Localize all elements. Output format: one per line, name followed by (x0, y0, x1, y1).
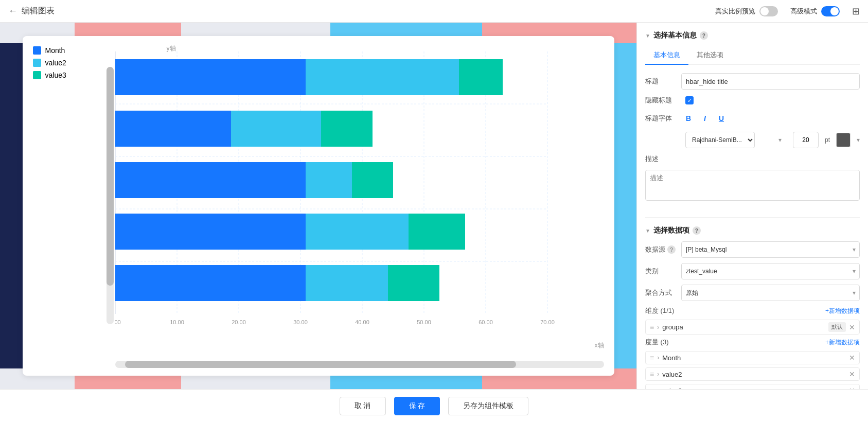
bar-edp1-value3[interactable] (459, 59, 503, 95)
chart-svg: edp edp aep apaas apaas 0.00 10.00 20.00… (115, 51, 599, 335)
svg-text:40.00: 40.00 (355, 319, 369, 325)
canvas-area: Month value2 value3 y轴 (0, 23, 636, 389)
datasource-select[interactable]: [P] beta_Mysql (681, 241, 860, 258)
bar-apaas2-value3[interactable] (388, 265, 439, 301)
cancel-button[interactable]: 取 消 (340, 397, 386, 415)
help-icon-basic[interactable]: ? (700, 31, 708, 40)
datasource-label: 数据源 ? (645, 245, 681, 254)
legend-color-value2 (33, 59, 41, 67)
measure-label: 度量 (3) (645, 338, 825, 347)
back-button[interactable]: ← (8, 6, 17, 16)
bar-edp2-value2[interactable] (231, 111, 321, 147)
add-measure-button[interactable]: +新增数据项 (825, 338, 860, 347)
category-label: 类别 (645, 267, 681, 276)
drag-handle-value2[interactable]: ≡ (650, 370, 654, 378)
bar-edp2-month[interactable] (115, 111, 231, 147)
drag-handle-groupa[interactable]: ≡ (650, 323, 654, 331)
tab-basic[interactable]: 基本信息 (645, 46, 688, 65)
font-controls: B I U (681, 111, 860, 126)
save-template-button[interactable]: 另存为组件模板 (448, 397, 528, 415)
font-color-swatch[interactable] (836, 133, 851, 147)
default-badge-groupa: 默认 (828, 322, 846, 332)
font-family-select[interactable]: Rajdhani-SemiB... (685, 132, 755, 148)
category-select[interactable]: ztest_value (681, 263, 860, 279)
save-button[interactable]: 保 存 (394, 397, 440, 415)
title-label: 标题 (645, 77, 681, 86)
drag-handle-month[interactable]: ≡ (650, 354, 654, 362)
category-row: 类别 ztest_value (645, 263, 860, 279)
collapse-icon-basic[interactable]: ▼ (645, 33, 650, 39)
chart-vscrollbar[interactable] (107, 67, 114, 324)
desc-textarea[interactable] (645, 170, 860, 201)
measure-name-value2: value2 (662, 371, 846, 378)
right-panel: ▼ 选择基本信息 ? 基本信息 其他选项 标题 隐藏标题 ✓ 标题字体 B I … (636, 23, 868, 389)
legend-item-month: Month (33, 46, 66, 55)
aggregate-label: 聚合方式 (645, 288, 681, 297)
measure-name-month: Month (662, 354, 846, 362)
chart-legend: Month value2 value3 (33, 46, 66, 79)
svg-text:30.00: 30.00 (293, 319, 308, 325)
chart-hscrollbar[interactable] (115, 361, 604, 368)
dim-name-groupa: groupa (662, 323, 825, 331)
bar-aep-value3[interactable] (352, 162, 393, 198)
bar-aep-month[interactable] (115, 162, 306, 198)
close-measure-month[interactable]: ✕ (849, 354, 855, 362)
chart-vscrollbar-thumb (107, 67, 114, 286)
bold-button[interactable]: B (681, 111, 696, 126)
font-unit: pt (825, 136, 830, 144)
legend-color-value3 (33, 71, 41, 79)
title-input[interactable] (681, 73, 860, 90)
font-row: 标题字体 B I U (645, 111, 860, 126)
datasource-row: 数据源 ? [P] beta_Mysql (645, 241, 860, 258)
font-family-wrapper: Rajdhani-SemiB... (685, 132, 786, 148)
datasource-help-icon[interactable]: ? (667, 245, 676, 254)
resize-icon[interactable]: ⊞ (852, 6, 860, 17)
basic-tabs: 基本信息 其他选项 (645, 46, 860, 65)
bar-apaas1-value3[interactable] (409, 214, 465, 250)
hide-title-checkbox[interactable]: ✓ (685, 96, 694, 104)
svg-text:70.00: 70.00 (540, 319, 555, 325)
hide-title-label: 隐藏标题 (645, 96, 681, 105)
collapse-icon-data[interactable]: ▼ (645, 228, 650, 234)
bar-edp2-value3[interactable] (321, 111, 373, 147)
bar-aep-value2[interactable] (306, 162, 352, 198)
legend-label-value3: value3 (45, 71, 66, 79)
svg-text:0.00: 0.00 (115, 319, 121, 325)
close-measure-value2[interactable]: ✕ (849, 370, 855, 378)
bar-apaas1-value2[interactable] (306, 214, 409, 250)
help-icon-data[interactable]: ? (693, 226, 701, 235)
bar-edp1-value2[interactable] (306, 59, 459, 95)
bar-edp1-month[interactable] (115, 59, 306, 95)
tab-other[interactable]: 其他选项 (688, 46, 732, 65)
section-data-header: ▼ 选择数据项 ? (645, 226, 860, 235)
chevron-groupa: › (657, 324, 659, 331)
color-dropdown-icon[interactable]: ▾ (857, 136, 860, 144)
category-select-wrapper: ztest_value (681, 263, 860, 279)
chart-container: Month value2 value3 y轴 (23, 36, 614, 376)
close-dim-groupa[interactable]: ✕ (849, 323, 855, 331)
underline-button[interactable]: U (714, 111, 729, 126)
topbar: ← 编辑图表 真实比例预览 高级模式 ⊞ (0, 0, 868, 23)
dim-label: 维度 (1/1) (645, 306, 825, 315)
svg-text:50.00: 50.00 (417, 319, 431, 325)
bar-apaas1-month[interactable] (115, 214, 306, 250)
dim-item-groupa: ≡ › groupa 默认 ✕ (645, 320, 860, 335)
font-size-input[interactable] (793, 132, 819, 148)
desc-label: 描述 (645, 154, 681, 164)
section-basic-header: ▼ 选择基本信息 ? (645, 31, 860, 40)
aggregate-row: 聚合方式 原始 (645, 285, 860, 301)
preview-toggle[interactable] (759, 6, 778, 16)
legend-label-month: Month (45, 46, 65, 55)
action-bar: 取 消 保 存 另存为组件模板 (0, 389, 868, 422)
legend-label-value2: value2 (45, 59, 66, 67)
measure-header-row: 度量 (3) +新增数据项 (645, 338, 860, 347)
add-dim-button[interactable]: +新增数据项 (825, 307, 860, 315)
italic-button[interactable]: I (698, 111, 712, 126)
section-basic-title: 选择基本信息 (653, 31, 697, 40)
hide-title-row: 隐藏标题 ✓ (645, 96, 860, 105)
bar-apaas2-month[interactable] (115, 265, 306, 301)
aggregate-select[interactable]: 原始 (681, 285, 860, 301)
bar-apaas2-value2[interactable] (306, 265, 388, 301)
advanced-toggle[interactable] (821, 6, 840, 16)
chevron-month: › (657, 354, 659, 361)
